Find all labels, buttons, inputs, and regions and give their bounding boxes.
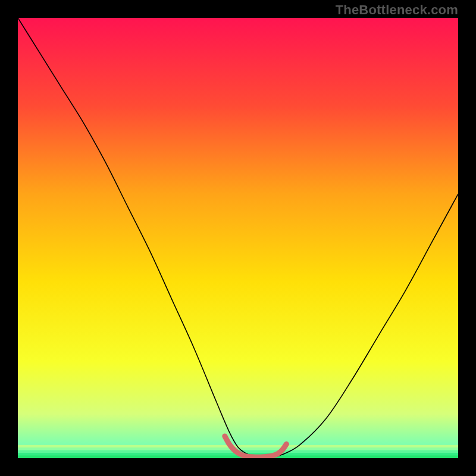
chart-frame: TheBottleneck.com [0, 0, 476, 476]
gradient-background [18, 18, 458, 458]
watermark-text: TheBottleneck.com [336, 2, 458, 18]
chart-canvas [18, 18, 458, 458]
plot-area [18, 18, 458, 458]
